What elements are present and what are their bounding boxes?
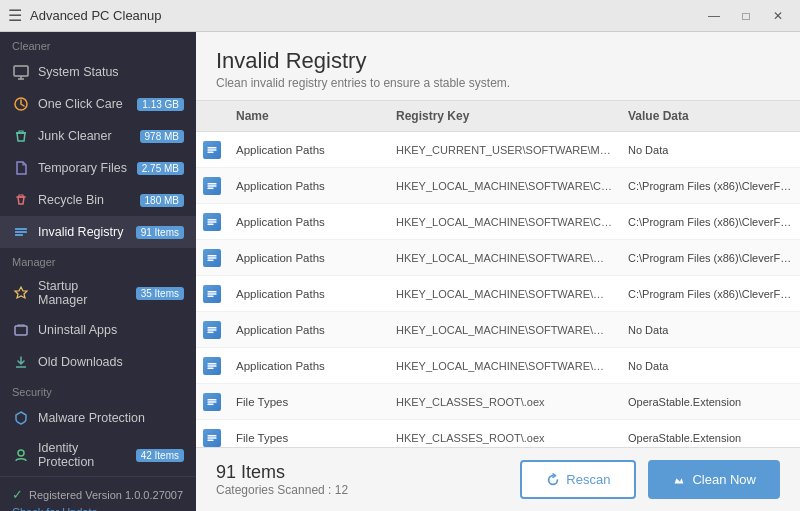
sidebar-item-identity-protection[interactable]: Identity Protection 42 Items: [0, 434, 196, 476]
row-icon-cell: [196, 321, 228, 339]
svg-rect-7: [15, 234, 23, 236]
hamburger-icon[interactable]: ☰: [8, 6, 22, 25]
svg-rect-14: [208, 183, 217, 185]
svg-rect-33: [208, 401, 217, 403]
row-key: HKEY_LOCAL_MACHINE\SOFTWARE\Microsoft\Wi…: [388, 318, 620, 342]
malware-icon: [12, 409, 30, 427]
svg-rect-17: [208, 219, 217, 221]
window-controls: — □ ✕: [700, 6, 792, 26]
content-footer: 91 Items Categories Scanned : 12 Rescan …: [196, 447, 800, 511]
row-value: OperaStable.Extension: [620, 426, 800, 448]
svg-rect-30: [208, 365, 217, 367]
footer-actions: Rescan Clean Now: [520, 460, 780, 499]
sidebar-item-junk-cleaner[interactable]: Junk Cleaner 978 MB: [0, 120, 196, 152]
startup-manager-badge: 35 Items: [136, 287, 184, 300]
registry-row-icon: [203, 213, 221, 231]
recycle-icon: [12, 191, 30, 209]
maximize-button[interactable]: □: [732, 6, 760, 26]
col-name: Name: [228, 107, 388, 125]
table-row: Application Paths HKEY_LOCAL_MACHINE\SOF…: [196, 168, 800, 204]
recycle-bin-badge: 180 MB: [140, 194, 184, 207]
title-bar: ☰ Advanced PC Cleanup — □ ✕: [0, 0, 800, 32]
close-button[interactable]: ✕: [764, 6, 792, 26]
sidebar-item-recycle-bin[interactable]: Recycle Bin 180 MB: [0, 184, 196, 216]
sidebar-item-uninstall-apps[interactable]: Uninstall Apps: [0, 314, 196, 346]
row-name: File Types: [228, 426, 388, 448]
row-value: C:\Program Files (x86)\CleverFile...: [620, 174, 800, 198]
row-name: Application Paths: [228, 210, 388, 234]
clean-icon: [672, 473, 686, 487]
check-update-link[interactable]: Check for Update: [12, 506, 184, 511]
row-key: HKEY_LOCAL_MACHINE\SOFTWARE\Microsoft\Wi…: [388, 246, 620, 270]
uninstall-apps-label: Uninstall Apps: [38, 323, 184, 337]
svg-rect-26: [208, 327, 217, 329]
temp-icon: [12, 159, 30, 177]
sidebar-item-temporary-files[interactable]: Temporary Files 2.75 MB: [0, 152, 196, 184]
svg-rect-35: [208, 435, 217, 437]
row-value: C:\Program Files (x86)\CleverFiles\...: [620, 246, 800, 270]
uninstall-icon: [12, 321, 30, 339]
svg-rect-13: [208, 151, 214, 153]
invalid-registry-badge: 91 Items: [136, 226, 184, 239]
one-click-care-label: One Click Care: [38, 97, 129, 111]
registry-row-icon: [203, 249, 221, 267]
minimize-button[interactable]: —: [700, 6, 728, 26]
registry-row-icon: [203, 393, 221, 411]
sidebar-item-startup-manager[interactable]: Startup Manager 35 Items: [0, 272, 196, 314]
row-key: HKEY_CURRENT_USER\SOFTWARE\Microsoft\Win…: [388, 138, 620, 162]
registry-row-icon: [203, 357, 221, 375]
svg-rect-31: [208, 367, 214, 369]
registry-table: Name Registry Key Value Data Application…: [196, 100, 800, 447]
svg-rect-15: [208, 185, 217, 187]
items-count: 91 Items: [216, 462, 348, 483]
checkmark-icon: ✓: [12, 487, 23, 502]
temporary-files-badge: 2.75 MB: [137, 162, 184, 175]
monitor-icon: [12, 63, 30, 81]
svg-rect-21: [208, 257, 217, 259]
invalid-registry-label: Invalid Registry: [38, 225, 128, 239]
svg-rect-18: [208, 221, 217, 223]
clean-now-button[interactable]: Clean Now: [648, 460, 780, 499]
startup-manager-label: Startup Manager: [38, 279, 128, 307]
svg-rect-23: [208, 291, 217, 293]
row-name: File Types: [228, 390, 388, 414]
rescan-button[interactable]: Rescan: [520, 460, 636, 499]
row-value: No Data: [620, 354, 800, 378]
page-subtitle: Clean invalid registry entries to ensure…: [216, 76, 780, 90]
svg-rect-6: [15, 231, 27, 233]
row-icon-cell: [196, 429, 228, 447]
svg-rect-25: [208, 295, 214, 297]
sidebar-item-old-downloads[interactable]: Old Downloads: [0, 346, 196, 378]
registry-row-icon: [203, 285, 221, 303]
row-value: No Data: [620, 138, 800, 162]
row-icon-cell: [196, 213, 228, 231]
col-value: Value Data: [620, 107, 800, 125]
registry-row-icon: [203, 429, 221, 447]
sidebar-item-malware-protection[interactable]: Malware Protection: [0, 402, 196, 434]
sidebar-item-system-status[interactable]: System Status: [0, 56, 196, 88]
row-value: C:\Program Files (x86)\CleverFiles\...: [620, 282, 800, 306]
svg-rect-32: [208, 399, 217, 401]
sidebar-footer: ✓ Registered Version 1.0.0.27007 Check f…: [0, 476, 196, 511]
svg-rect-22: [208, 259, 214, 261]
sidebar-item-invalid-registry[interactable]: Invalid Registry 91 Items: [0, 216, 196, 248]
table-row: Application Paths HKEY_LOCAL_MACHINE\SOF…: [196, 348, 800, 384]
content-header: Invalid Registry Clean invalid registry …: [196, 32, 800, 100]
row-icon-cell: [196, 393, 228, 411]
row-value: No Data: [620, 318, 800, 342]
row-icon-cell: [196, 177, 228, 195]
footer-info: 91 Items Categories Scanned : 12: [216, 462, 348, 497]
sidebar-item-one-click-care[interactable]: One Click Care 1.13 GB: [0, 88, 196, 120]
oneclick-icon: [12, 95, 30, 113]
row-key: HKEY_CLASSES_ROOT\.oex: [388, 426, 620, 448]
svg-rect-20: [208, 255, 217, 257]
table-header: Name Registry Key Value Data: [196, 101, 800, 132]
svg-rect-28: [208, 331, 214, 333]
row-key: HKEY_LOCAL_MACHINE\SOFTWARE\Classes\Appl…: [388, 174, 620, 198]
row-value: OperaStable.Extension: [620, 390, 800, 414]
row-key: HKEY_CLASSES_ROOT\.oex: [388, 390, 620, 414]
registry-icon: [12, 223, 30, 241]
recycle-bin-label: Recycle Bin: [38, 193, 132, 207]
col-key: Registry Key: [388, 107, 620, 125]
svg-rect-8: [15, 326, 27, 335]
